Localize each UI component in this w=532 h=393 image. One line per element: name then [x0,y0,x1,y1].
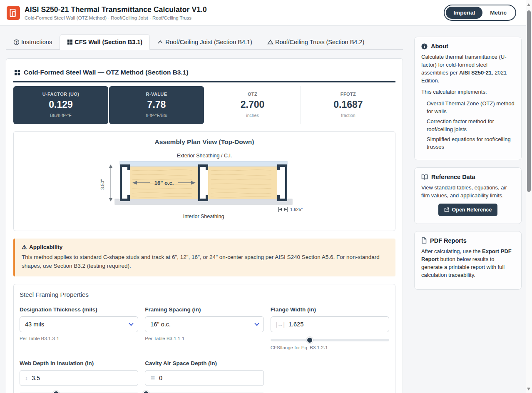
stat-otz: OTZ 2.700 inches [205,86,300,124]
field-help: Per Table B3.1.3-1 [20,336,138,341]
stat-value: 7.78 [112,99,201,110]
reference-title: Reference Data [431,174,475,180]
external-link-icon [444,207,449,212]
layers-icon: ≣ [150,375,155,381]
page-subtitle: Cold-Formed Steel Wall (OTZ Method) · Ro… [25,15,444,20]
list-item: Simplified equations for roof/ceiling tr… [427,136,515,152]
field-label: Cavity Air Space Depth (in) [145,360,264,366]
grid-icon [67,39,73,45]
slider-thumb[interactable] [53,391,60,393]
cfs-wall-panel: Cold-Formed Steel Wall — OTZ Method (Sec… [6,58,403,393]
stat-value: 0.1687 [304,99,392,110]
flange-dimension-label: 1.625" [290,207,303,212]
stat-unit: inches [209,113,296,118]
document-icon [421,237,427,244]
wall-assembly-diagram: Exterior Sheathing / C.I. [94,152,315,221]
tab-roof-joist[interactable]: Roof/Ceiling Joist (Section B4.1) [150,34,260,50]
field-help: Per Table B3.1.1-1 [145,336,264,341]
about-feature-list: Overall Thermal Zone (OTZ) method for wa… [421,100,515,151]
stud-right [277,164,287,201]
pdf-reports-card: PDF Reports After calculating, use the E… [414,231,522,290]
web-depth-input[interactable]: ↕ 3.5 [20,370,138,386]
field-help: CFSflange for Eq. B3.1.2-1 [271,345,389,350]
about-card: About Calculate thermal transmittance (U… [414,37,522,160]
stat-unit: Btu/h·ft²·°F [17,113,105,118]
tab-roof-truss[interactable]: Roof/Ceiling Truss (Section B4.2) [260,34,372,50]
field-label: Flange Width (in) [271,306,389,313]
info-icon [421,43,428,50]
unit-imperial-button[interactable]: Imperial [446,7,482,19]
flange-width-input[interactable]: |↔| 1.625 [271,316,389,332]
stud-middle [198,164,208,201]
reference-data-card: Reference Data View standard tables, equ… [414,167,522,224]
grid-icon [14,70,20,76]
tab-cfs-wall[interactable]: CFS Wall (Section B3.1) [60,34,150,50]
unit-toggle[interactable]: Imperial Metric [444,5,516,21]
scroll-down-icon[interactable] [527,388,530,391]
warning-title: Applicability [29,244,62,250]
section-title: Cold-Formed Steel Wall — OTZ Method (Sec… [24,69,189,76]
diagram-title: Assembly Plan View (Top-Down) [18,138,391,146]
sidebar: About Calculate thermal transmittance (U… [414,37,522,393]
section-header: Cold-Formed Steel Wall — OTZ Method (Sec… [13,66,395,82]
field-web-depth: Web Depth in Insulation (in) ↕ 3.5 [20,360,138,393]
depth-dimension-label: 3.50" [100,179,105,189]
tab-instructions[interactable]: ? Instructions [6,34,60,50]
flange-width-slider[interactable] [271,339,389,341]
field-framing-spacing: Framing Spacing (in) 16" o.c. Per Table … [145,306,264,350]
spacing-dimension-label: 16" o.c. [154,180,174,186]
exterior-sheathing-label: Exterior Sheathing / C.I. [177,153,232,159]
page-scrollbar[interactable] [526,0,532,393]
framing-spacing-select[interactable]: 16" o.c. [145,316,264,332]
open-reference-label: Open Reference [452,207,492,213]
stat-label: OTZ [209,92,296,97]
cavity-air-space-input[interactable]: ≣ 0 [145,370,264,386]
book-icon [421,174,428,180]
slider-thumb[interactable] [306,337,313,343]
truss-icon [267,39,273,45]
slider-thumb[interactable] [143,391,149,393]
app-logo-icon [7,6,20,20]
stat-ffotz: FFOTZ 0.1687 fraction [301,86,395,124]
tab-label: Instructions [21,39,52,45]
list-item: Overall Thermal Zone (OTZ) method for wa… [427,100,515,116]
applicability-warning: ⚠ Applicability This method applies to s… [13,239,395,276]
pdf-title: PDF Reports [430,237,467,244]
stat-unit: fraction [304,113,392,118]
vertical-resize-icon: ↕ [25,375,28,381]
stat-value: 0.129 [17,99,105,110]
tab-label: Roof/Ceiling Truss (Section B4.2) [275,39,364,45]
interior-sheathing-label: Interior Sheathing [183,214,224,219]
field-label: Web Depth in Insulation (in) [20,360,138,366]
input-value: 1.625 [288,321,303,328]
about-implements-label: This calculator implements: [421,88,515,96]
stat-value: 2.700 [209,99,296,110]
select-value: 43 mils [25,321,44,328]
tab-label: CFS Wall (Section B3.1) [75,39,142,45]
page-title: AISI S250-21 Thermal Transmittance Calcu… [25,5,444,14]
scroll-up-icon[interactable] [527,3,530,6]
unit-metric-button[interactable]: Metric [482,7,514,19]
question-circle-icon: ? [13,39,20,45]
results-row: U-FACTOR (UO) 0.129 Btu/h·ft²·°F R-VALUE… [13,86,395,124]
chevron-down-icon [129,321,134,326]
warning-text: This method applies to standard C-shape … [22,253,389,271]
reference-text: View standard tables, equations, air fil… [421,184,515,200]
stat-unit: h·ft²·°F/Btu [112,113,201,118]
app-header: AISI S250-21 Thermal Transmittance Calcu… [0,0,532,26]
field-label: Designation Thickness (mils) [20,306,138,313]
stat-u-factor: U-FACTOR (UO) 0.129 Btu/h·ft²·°F [13,86,108,124]
input-value: 0 [159,375,162,381]
horizontal-resize-icon: |↔| [276,321,285,328]
field-cavity-air-space: Cavity Air Space Depth (in) ≣ 0 [145,360,264,393]
designation-thickness-select[interactable]: 43 mils [20,316,138,332]
open-reference-button[interactable]: Open Reference [438,204,498,216]
stat-label: FFOTZ [304,92,392,97]
tab-bar: ? Instructions CFS Wall (Section B3.1) R… [6,34,403,50]
flange-dimension [278,207,288,212]
select-value: 16" o.c. [150,321,171,328]
list-item: Correction factor method for roof/ceilin… [427,118,515,134]
scrollbar-thumb[interactable] [527,10,531,192]
tab-label: Roof/Ceiling Joist (Section B4.1) [165,39,252,45]
about-title: About [431,43,448,50]
